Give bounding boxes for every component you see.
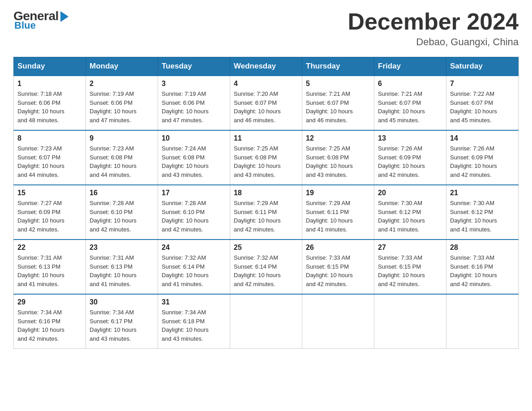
day-number: 10	[162, 134, 226, 142]
calendar-cell	[446, 294, 519, 349]
calendar-cell: 27Sunrise: 7:33 AMSunset: 6:15 PMDayligh…	[374, 240, 446, 294]
day-info: Sunrise: 7:27 AMSunset: 6:09 PMDaylight:…	[17, 199, 82, 234]
day-number: 22	[17, 244, 82, 252]
day-info: Sunrise: 7:21 AMSunset: 6:07 PMDaylight:…	[306, 90, 370, 124]
calendar-cell: 2Sunrise: 7:19 AMSunset: 6:06 PMDaylight…	[86, 76, 158, 130]
day-info: Sunrise: 7:30 AMSunset: 6:12 PMDaylight:…	[450, 199, 515, 234]
day-info: Sunrise: 7:21 AMSunset: 6:07 PMDaylight:…	[378, 90, 442, 124]
day-info: Sunrise: 7:26 AMSunset: 6:09 PMDaylight:…	[378, 144, 442, 179]
day-number: 21	[450, 189, 515, 197]
day-number: 25	[234, 244, 298, 252]
day-info: Sunrise: 7:23 AMSunset: 6:08 PMDaylight:…	[90, 144, 154, 179]
day-info: Sunrise: 7:31 AMSunset: 6:13 PMDaylight:…	[17, 253, 82, 288]
calendar-cell: 31Sunrise: 7:34 AMSunset: 6:18 PMDayligh…	[158, 294, 230, 349]
calendar-cell: 9Sunrise: 7:23 AMSunset: 6:08 PMDaylight…	[86, 130, 158, 185]
calendar-header-friday: Friday	[374, 57, 446, 76]
day-number: 14	[450, 134, 515, 142]
day-info: Sunrise: 7:34 AMSunset: 6:16 PMDaylight:…	[17, 308, 82, 343]
day-number: 29	[17, 298, 82, 306]
calendar-cell: 13Sunrise: 7:26 AMSunset: 6:09 PMDayligh…	[374, 130, 446, 185]
calendar-header-tuesday: Tuesday	[158, 57, 230, 76]
day-number: 4	[234, 80, 298, 88]
calendar-cell: 5Sunrise: 7:21 AMSunset: 6:07 PMDaylight…	[302, 76, 374, 130]
day-info: Sunrise: 7:23 AMSunset: 6:07 PMDaylight:…	[17, 144, 82, 179]
day-number: 13	[378, 134, 442, 142]
day-info: Sunrise: 7:28 AMSunset: 6:10 PMDaylight:…	[90, 199, 154, 234]
day-number: 5	[306, 80, 370, 88]
month-title: December 2024	[348, 9, 519, 34]
day-number: 31	[162, 298, 226, 306]
calendar-week-row-1: 1Sunrise: 7:18 AMSunset: 6:06 PMDaylight…	[14, 76, 519, 130]
day-info: Sunrise: 7:33 AMSunset: 6:15 PMDaylight:…	[378, 253, 442, 288]
calendar-cell: 30Sunrise: 7:34 AMSunset: 6:17 PMDayligh…	[86, 294, 158, 349]
calendar-cell: 16Sunrise: 7:28 AMSunset: 6:10 PMDayligh…	[86, 185, 158, 240]
day-info: Sunrise: 7:34 AMSunset: 6:18 PMDaylight:…	[162, 308, 226, 343]
title-area: December 2024 Debao, Guangxi, China	[348, 9, 519, 48]
calendar-week-row-5: 29Sunrise: 7:34 AMSunset: 6:16 PMDayligh…	[14, 294, 519, 349]
calendar-cell: 8Sunrise: 7:23 AMSunset: 6:07 PMDaylight…	[14, 130, 86, 185]
day-info: Sunrise: 7:32 AMSunset: 6:14 PMDaylight:…	[162, 253, 226, 288]
day-number: 7	[450, 80, 515, 88]
day-info: Sunrise: 7:28 AMSunset: 6:10 PMDaylight:…	[162, 199, 226, 234]
calendar-cell: 19Sunrise: 7:29 AMSunset: 6:11 PMDayligh…	[302, 185, 374, 240]
day-info: Sunrise: 7:19 AMSunset: 6:06 PMDaylight:…	[162, 90, 226, 124]
calendar-header-thursday: Thursday	[302, 57, 374, 76]
calendar-cell: 14Sunrise: 7:26 AMSunset: 6:09 PMDayligh…	[446, 130, 519, 185]
calendar-cell: 29Sunrise: 7:34 AMSunset: 6:16 PMDayligh…	[14, 294, 86, 349]
calendar-cell: 7Sunrise: 7:22 AMSunset: 6:07 PMDaylight…	[446, 76, 519, 130]
calendar-header-row: SundayMondayTuesdayWednesdayThursdayFrid…	[14, 57, 519, 76]
day-number: 24	[162, 244, 226, 252]
day-info: Sunrise: 7:33 AMSunset: 6:15 PMDaylight:…	[306, 253, 370, 288]
calendar-cell: 24Sunrise: 7:32 AMSunset: 6:14 PMDayligh…	[158, 240, 230, 294]
calendar-week-row-4: 22Sunrise: 7:31 AMSunset: 6:13 PMDayligh…	[14, 240, 519, 294]
calendar-cell: 12Sunrise: 7:25 AMSunset: 6:08 PMDayligh…	[302, 130, 374, 185]
calendar-cell: 11Sunrise: 7:25 AMSunset: 6:08 PMDayligh…	[230, 130, 302, 185]
calendar-cell: 15Sunrise: 7:27 AMSunset: 6:09 PMDayligh…	[14, 185, 86, 240]
calendar-header-monday: Monday	[86, 57, 158, 76]
day-number: 6	[378, 80, 442, 88]
calendar-week-row-2: 8Sunrise: 7:23 AMSunset: 6:07 PMDaylight…	[14, 130, 519, 185]
day-info: Sunrise: 7:24 AMSunset: 6:08 PMDaylight:…	[162, 144, 226, 179]
day-number: 18	[234, 189, 298, 197]
calendar-week-row-3: 15Sunrise: 7:27 AMSunset: 6:09 PMDayligh…	[14, 185, 519, 240]
calendar-cell: 28Sunrise: 7:33 AMSunset: 6:16 PMDayligh…	[446, 240, 519, 294]
day-info: Sunrise: 7:25 AMSunset: 6:08 PMDaylight:…	[306, 144, 370, 179]
logo-blue-text: Blue	[14, 20, 36, 31]
day-info: Sunrise: 7:34 AMSunset: 6:17 PMDaylight:…	[90, 308, 154, 343]
calendar-cell: 21Sunrise: 7:30 AMSunset: 6:12 PMDayligh…	[446, 185, 519, 240]
calendar-header-wednesday: Wednesday	[230, 57, 302, 76]
day-info: Sunrise: 7:26 AMSunset: 6:09 PMDaylight:…	[450, 144, 515, 179]
calendar-table: SundayMondayTuesdayWednesdayThursdayFrid…	[13, 57, 519, 349]
calendar-cell: 26Sunrise: 7:33 AMSunset: 6:15 PMDayligh…	[302, 240, 374, 294]
calendar-cell: 17Sunrise: 7:28 AMSunset: 6:10 PMDayligh…	[158, 185, 230, 240]
calendar-cell	[302, 294, 374, 349]
day-number: 27	[378, 244, 442, 252]
day-number: 20	[378, 189, 442, 197]
calendar-cell: 6Sunrise: 7:21 AMSunset: 6:07 PMDaylight…	[374, 76, 446, 130]
day-number: 26	[306, 244, 370, 252]
calendar-cell: 4Sunrise: 7:20 AMSunset: 6:07 PMDaylight…	[230, 76, 302, 130]
calendar-header-sunday: Sunday	[14, 57, 86, 76]
calendar-header-saturday: Saturday	[446, 57, 519, 76]
day-info: Sunrise: 7:20 AMSunset: 6:07 PMDaylight:…	[234, 90, 298, 124]
day-info: Sunrise: 7:22 AMSunset: 6:07 PMDaylight:…	[450, 90, 515, 124]
location-text: Debao, Guangxi, China	[348, 36, 519, 48]
calendar-cell: 1Sunrise: 7:18 AMSunset: 6:06 PMDaylight…	[14, 76, 86, 130]
calendar-cell: 10Sunrise: 7:24 AMSunset: 6:08 PMDayligh…	[158, 130, 230, 185]
day-info: Sunrise: 7:25 AMSunset: 6:08 PMDaylight:…	[234, 144, 298, 179]
day-info: Sunrise: 7:29 AMSunset: 6:11 PMDaylight:…	[234, 199, 298, 234]
day-number: 2	[90, 80, 154, 88]
day-number: 19	[306, 189, 370, 197]
day-number: 28	[450, 244, 515, 252]
day-info: Sunrise: 7:18 AMSunset: 6:06 PMDaylight:…	[17, 90, 82, 124]
day-info: Sunrise: 7:19 AMSunset: 6:06 PMDaylight:…	[90, 90, 154, 124]
calendar-cell	[374, 294, 446, 349]
day-number: 17	[162, 189, 226, 197]
logo: General Blue	[13, 9, 69, 31]
logo-triangle-icon	[60, 11, 69, 22]
day-number: 15	[17, 189, 82, 197]
calendar-cell: 22Sunrise: 7:31 AMSunset: 6:13 PMDayligh…	[14, 240, 86, 294]
day-number: 11	[234, 134, 298, 142]
calendar-cell: 3Sunrise: 7:19 AMSunset: 6:06 PMDaylight…	[158, 76, 230, 130]
calendar-cell: 25Sunrise: 7:32 AMSunset: 6:14 PMDayligh…	[230, 240, 302, 294]
